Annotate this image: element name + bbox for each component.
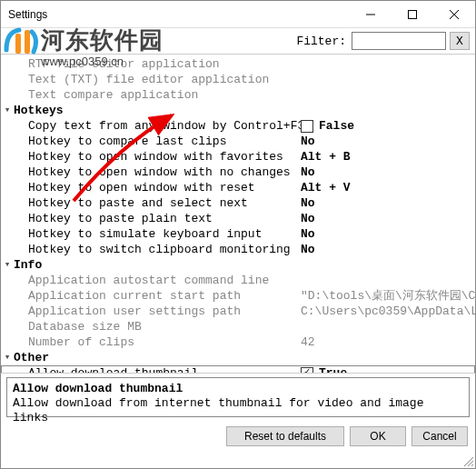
setting-label: Hotkey to paste and select next bbox=[28, 195, 301, 211]
close-button[interactable] bbox=[433, 1, 475, 27]
svg-rect-1 bbox=[409, 10, 417, 18]
value-text: Alt + B bbox=[301, 149, 351, 165]
setting-label: Number of clips bbox=[28, 334, 301, 350]
filter-input[interactable] bbox=[352, 32, 446, 50]
setting-label: Hotkey to open window with no changes bbox=[28, 165, 301, 180]
setting-row[interactable]: Text compare application bbox=[1, 87, 475, 103]
setting-row[interactable]: Hotkey to simulate keyboard inputNo bbox=[1, 226, 475, 242]
chevron-down-icon[interactable]: ▾ bbox=[5, 103, 11, 118]
setting-label: Copy text from any window by Control+F3 bbox=[28, 118, 301, 134]
description-box: Allow download thumbnail Allow download … bbox=[6, 377, 470, 417]
setting-value[interactable]: No bbox=[301, 195, 475, 211]
setting-value[interactable]: No bbox=[301, 165, 475, 180]
setting-row[interactable]: Hotkey to open window with resetAlt + V bbox=[1, 180, 475, 195]
group-label: Info bbox=[14, 257, 286, 273]
value-text: No bbox=[301, 242, 315, 257]
setting-row[interactable]: Number of clips42 bbox=[1, 334, 475, 350]
titlebar: Settings bbox=[1, 1, 475, 28]
settings-grid[interactable]: RTF file editor applicationText (TXT) fi… bbox=[1, 54, 475, 374]
filter-bar: Filter: X bbox=[1, 28, 475, 54]
value-text: Alt + V bbox=[301, 180, 351, 195]
setting-row[interactable]: Text (TXT) file editor application bbox=[1, 72, 475, 87]
value-text: True bbox=[319, 365, 347, 374]
setting-label: Hotkey to compare last clips bbox=[28, 134, 301, 149]
setting-value[interactable]: "D:\tools\桌面\河东软件园\ClipAn bbox=[301, 288, 475, 304]
setting-label: Application autostart command line bbox=[28, 273, 301, 288]
chevron-down-icon[interactable]: ▾ bbox=[5, 350, 11, 365]
setting-label: Hotkey to open window with favorites bbox=[28, 149, 301, 165]
description-title: Allow download thumbnail bbox=[13, 382, 463, 396]
value-text: No bbox=[301, 195, 315, 211]
group-label: Other bbox=[14, 350, 286, 365]
value-text: No bbox=[301, 211, 315, 226]
setting-row[interactable]: Hotkey to switch clipboard monitoringNo bbox=[1, 242, 475, 257]
reset-button[interactable]: Reset to defaults bbox=[226, 426, 344, 446]
filter-clear-button[interactable]: X bbox=[450, 32, 470, 50]
value-text: False bbox=[319, 118, 354, 134]
setting-row[interactable]: Application user settings pathC:\Users\p… bbox=[1, 304, 475, 319]
checkbox[interactable] bbox=[301, 120, 313, 133]
value-text: No bbox=[301, 165, 315, 180]
filter-label: Filter: bbox=[296, 35, 346, 48]
window-title: Settings bbox=[8, 8, 350, 21]
setting-label: Hotkey to open window with reset bbox=[28, 180, 301, 195]
value-text: 42 bbox=[301, 334, 315, 350]
setting-row[interactable]: RTF file editor application bbox=[1, 56, 475, 72]
setting-value[interactable] bbox=[301, 319, 475, 334]
setting-label: Application user settings path bbox=[28, 304, 301, 319]
group-header[interactable]: ▾Other bbox=[1, 350, 475, 365]
minimize-button[interactable] bbox=[350, 1, 392, 27]
setting-value[interactable] bbox=[301, 87, 475, 103]
setting-label: RTF file editor application bbox=[28, 56, 301, 72]
group-label: Hotkeys bbox=[14, 103, 286, 118]
setting-value[interactable]: Alt + B bbox=[301, 149, 475, 165]
setting-row[interactable]: Database size MB bbox=[1, 319, 475, 334]
setting-value[interactable]: C:\Users\pc0359\AppData\Local\Cl bbox=[301, 304, 475, 319]
setting-value[interactable] bbox=[301, 72, 475, 87]
value-text: No bbox=[301, 226, 315, 242]
svg-line-8 bbox=[471, 464, 473, 466]
setting-value[interactable]: 42 bbox=[301, 334, 475, 350]
setting-row[interactable]: Application autostart command line bbox=[1, 273, 475, 288]
setting-label: Text compare application bbox=[28, 87, 301, 103]
setting-value[interactable]: No bbox=[301, 226, 475, 242]
setting-row[interactable]: Hotkey to open window with no changesNo bbox=[1, 165, 475, 180]
window-buttons bbox=[350, 1, 475, 27]
resize-grip[interactable] bbox=[462, 455, 473, 466]
group-header[interactable]: ▾Info bbox=[1, 257, 475, 273]
setting-label: Allow download thumbnail bbox=[28, 365, 301, 374]
setting-value[interactable] bbox=[301, 56, 475, 72]
setting-label: Hotkey to switch clipboard monitoring bbox=[28, 242, 301, 257]
value-text: C:\Users\pc0359\AppData\Local\Cl bbox=[301, 304, 475, 319]
setting-value[interactable]: Alt + V bbox=[301, 180, 475, 195]
setting-row[interactable]: Hotkey to paste and select nextNo bbox=[1, 195, 475, 211]
value-text: "D:\tools\桌面\河东软件园\ClipAn bbox=[301, 288, 475, 304]
setting-row[interactable]: Copy text from any window by Control+F3F… bbox=[1, 118, 475, 134]
setting-value[interactable]: False bbox=[301, 118, 475, 134]
setting-value[interactable]: True bbox=[301, 365, 475, 374]
setting-label: Hotkey to simulate keyboard input bbox=[28, 226, 301, 242]
button-bar: Reset to defaults OK Cancel bbox=[1, 421, 475, 452]
setting-row[interactable]: Hotkey to paste plain textNo bbox=[1, 211, 475, 226]
group-header[interactable]: ▾Hotkeys bbox=[1, 103, 475, 118]
setting-value[interactable]: No bbox=[301, 211, 475, 226]
checkbox[interactable] bbox=[301, 367, 313, 374]
setting-label: Hotkey to paste plain text bbox=[28, 211, 301, 226]
setting-row[interactable]: Hotkey to open window with favoritesAlt … bbox=[1, 149, 475, 165]
setting-label: Database size MB bbox=[28, 319, 301, 334]
ok-button[interactable]: OK bbox=[350, 426, 406, 446]
maximize-button[interactable] bbox=[392, 1, 433, 27]
setting-row[interactable]: Allow download thumbnailTrue bbox=[1, 365, 475, 374]
setting-label: Text (TXT) file editor application bbox=[28, 72, 301, 87]
setting-row[interactable]: Application current start path"D:\tools\… bbox=[1, 288, 475, 304]
setting-value[interactable] bbox=[301, 273, 475, 288]
setting-value[interactable]: No bbox=[301, 134, 475, 149]
setting-label: Application current start path bbox=[28, 288, 301, 304]
chevron-down-icon[interactable]: ▾ bbox=[5, 257, 11, 273]
setting-value[interactable]: No bbox=[301, 242, 475, 257]
cancel-button[interactable]: Cancel bbox=[412, 426, 468, 446]
setting-row[interactable]: Hotkey to compare last clipsNo bbox=[1, 134, 475, 149]
value-text: No bbox=[301, 134, 315, 149]
